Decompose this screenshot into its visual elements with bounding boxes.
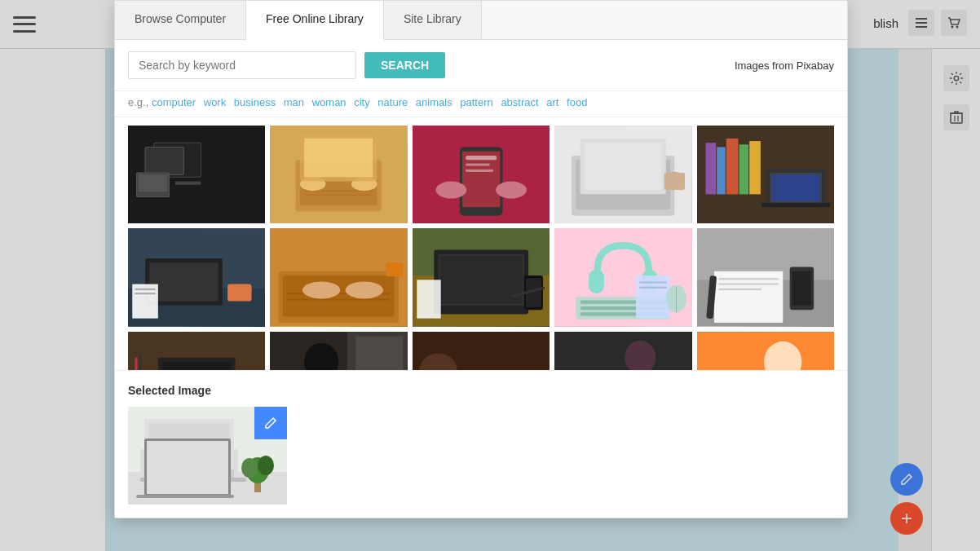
svg-rect-93 — [718, 284, 779, 285]
image-item[interactable] — [270, 126, 407, 223]
svg-rect-12 — [175, 182, 201, 185]
svg-rect-106 — [139, 353, 142, 370]
svg-rect-53 — [149, 263, 218, 302]
image-item[interactable] — [270, 332, 407, 370]
image-picker-modal: Browse Computer Free Online Library Site… — [114, 0, 848, 518]
svg-rect-44 — [739, 144, 748, 194]
svg-rect-31 — [466, 170, 493, 172]
image-item[interactable] — [413, 126, 550, 223]
svg-rect-101 — [162, 362, 231, 370]
svg-rect-75 — [417, 280, 440, 319]
svg-rect-146 — [140, 449, 238, 480]
svg-rect-58 — [135, 293, 155, 294]
keyword-bar: e.g., computer work business man woman c… — [115, 91, 847, 117]
search-input[interactable] — [128, 51, 356, 79]
selected-image-container — [128, 407, 287, 505]
svg-rect-105 — [135, 357, 137, 370]
images-from-label: Images from Pixabay — [735, 60, 834, 72]
svg-rect-49 — [771, 174, 819, 201]
svg-rect-150 — [140, 478, 246, 482]
svg-point-152 — [189, 465, 222, 478]
image-item[interactable] — [697, 228, 834, 326]
tab-free-online-library[interactable]: Free Online Library — [246, 1, 384, 40]
svg-rect-41 — [705, 143, 716, 194]
svg-rect-86 — [639, 287, 667, 289]
svg-rect-125 — [554, 332, 691, 370]
image-item[interactable] — [554, 228, 691, 326]
image-item[interactable] — [128, 228, 265, 326]
image-item[interactable] — [413, 332, 550, 370]
image-item[interactable] — [697, 126, 834, 223]
svg-rect-67 — [386, 263, 403, 277]
image-item[interactable] — [697, 332, 834, 370]
keyword-pattern[interactable]: pattern — [460, 96, 492, 108]
image-item[interactable] — [128, 332, 265, 370]
keyword-woman[interactable]: woman — [312, 96, 347, 108]
image-grid-wrapper[interactable] — [115, 117, 847, 370]
svg-rect-78 — [589, 270, 604, 293]
svg-rect-43 — [726, 139, 738, 194]
svg-rect-11 — [145, 147, 183, 174]
svg-point-27 — [435, 182, 466, 199]
svg-rect-29 — [466, 156, 497, 160]
pixabay-source: Pixabay — [797, 60, 834, 72]
keyword-art[interactable]: art — [546, 96, 558, 108]
image-item[interactable] — [554, 332, 691, 370]
keyword-prefix: e.g., — [128, 96, 148, 108]
keyword-food[interactable]: food — [567, 96, 587, 108]
selected-edit-button[interactable] — [254, 407, 287, 439]
svg-point-64 — [302, 282, 340, 299]
keyword-computer[interactable]: computer — [152, 96, 196, 108]
svg-point-65 — [346, 282, 383, 299]
svg-point-151 — [148, 465, 181, 478]
svg-point-156 — [258, 456, 274, 475]
tab-bar: Browse Computer Free Online Library Site… — [115, 1, 847, 40]
keyword-city[interactable]: city — [354, 96, 370, 108]
svg-rect-57 — [135, 289, 155, 290]
svg-rect-45 — [749, 141, 761, 194]
svg-rect-36 — [585, 143, 662, 190]
svg-rect-30 — [466, 163, 489, 165]
image-grid — [128, 126, 834, 370]
svg-rect-19 — [304, 194, 373, 196]
svg-rect-85 — [639, 282, 667, 284]
keyword-nature[interactable]: nature — [377, 96, 408, 108]
svg-rect-94 — [718, 289, 761, 290]
selected-image-label: Selected Image — [128, 384, 834, 397]
keyword-work[interactable]: work — [204, 96, 226, 108]
tab-browse-computer[interactable]: Browse Computer — [115, 1, 246, 39]
svg-rect-92 — [718, 278, 779, 280]
search-button[interactable]: SEARCH — [364, 52, 445, 78]
svg-rect-72 — [439, 256, 522, 304]
svg-rect-48 — [761, 203, 830, 207]
svg-rect-96 — [792, 271, 810, 306]
svg-rect-147 — [144, 453, 234, 478]
svg-rect-23 — [304, 139, 373, 177]
image-item[interactable] — [413, 228, 550, 326]
svg-rect-38 — [664, 173, 685, 190]
image-item[interactable] — [128, 126, 265, 223]
keyword-abstract[interactable]: abstract — [501, 96, 538, 108]
selected-section: Selected Image — [115, 370, 847, 518]
tab-site-library[interactable]: Site Library — [384, 1, 482, 39]
search-bar: SEARCH Images from Pixabay — [115, 40, 847, 91]
image-item[interactable] — [270, 228, 407, 326]
keyword-animals[interactable]: animals — [416, 96, 452, 108]
svg-point-28 — [496, 182, 527, 199]
svg-rect-111 — [356, 336, 404, 370]
keyword-business[interactable]: business — [234, 96, 276, 108]
svg-rect-14 — [139, 174, 168, 192]
image-item[interactable] — [554, 126, 691, 223]
svg-rect-42 — [717, 147, 726, 194]
svg-rect-55 — [227, 284, 251, 302]
svg-rect-63 — [287, 299, 390, 301]
svg-point-155 — [241, 458, 258, 478]
keyword-man[interactable]: man — [284, 96, 304, 108]
svg-rect-149 — [148, 423, 230, 465]
